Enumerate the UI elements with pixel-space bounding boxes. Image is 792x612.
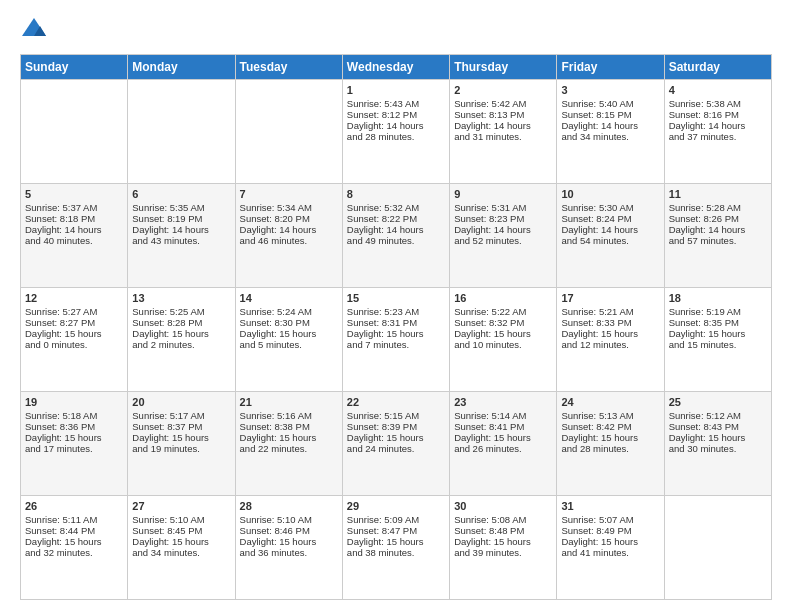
cell-text: Sunset: 8:32 PM (454, 317, 552, 328)
day-number: 30 (454, 500, 552, 512)
cell-text: and 46 minutes. (240, 235, 338, 246)
cell-text: and 38 minutes. (347, 547, 445, 558)
cell-text: Sunrise: 5:10 AM (240, 514, 338, 525)
cell-text: and 37 minutes. (669, 131, 767, 142)
cell-text: Sunset: 8:15 PM (561, 109, 659, 120)
cell-text: Sunrise: 5:25 AM (132, 306, 230, 317)
day-number: 10 (561, 188, 659, 200)
day-number: 26 (25, 500, 123, 512)
cell-text: and 12 minutes. (561, 339, 659, 350)
cell-text: and 31 minutes. (454, 131, 552, 142)
calendar-cell: 23Sunrise: 5:14 AMSunset: 8:41 PMDayligh… (450, 392, 557, 496)
cell-text: and 30 minutes. (669, 443, 767, 454)
day-header-friday: Friday (557, 55, 664, 80)
calendar-cell: 25Sunrise: 5:12 AMSunset: 8:43 PMDayligh… (664, 392, 771, 496)
calendar-cell: 11Sunrise: 5:28 AMSunset: 8:26 PMDayligh… (664, 184, 771, 288)
cell-text: Daylight: 15 hours (561, 328, 659, 339)
day-number: 4 (669, 84, 767, 96)
cell-text: Sunset: 8:24 PM (561, 213, 659, 224)
cell-text: Sunrise: 5:18 AM (25, 410, 123, 421)
cell-text: Sunset: 8:39 PM (347, 421, 445, 432)
calendar-cell: 21Sunrise: 5:16 AMSunset: 8:38 PMDayligh… (235, 392, 342, 496)
cell-text: and 22 minutes. (240, 443, 338, 454)
day-number: 6 (132, 188, 230, 200)
calendar-cell: 2Sunrise: 5:42 AMSunset: 8:13 PMDaylight… (450, 80, 557, 184)
cell-text: and 39 minutes. (454, 547, 552, 558)
day-header-wednesday: Wednesday (342, 55, 449, 80)
calendar-cell (21, 80, 128, 184)
logo-icon (20, 16, 48, 44)
calendar-cell: 12Sunrise: 5:27 AMSunset: 8:27 PMDayligh… (21, 288, 128, 392)
cell-text: Daylight: 15 hours (561, 432, 659, 443)
cell-text: Daylight: 15 hours (454, 432, 552, 443)
cell-text: Sunset: 8:37 PM (132, 421, 230, 432)
cell-text: and 28 minutes. (561, 443, 659, 454)
cell-text: Sunrise: 5:35 AM (132, 202, 230, 213)
calendar-cell: 24Sunrise: 5:13 AMSunset: 8:42 PMDayligh… (557, 392, 664, 496)
cell-text: Daylight: 14 hours (669, 120, 767, 131)
cell-text: Sunrise: 5:38 AM (669, 98, 767, 109)
calendar-cell: 8Sunrise: 5:32 AMSunset: 8:22 PMDaylight… (342, 184, 449, 288)
day-number: 11 (669, 188, 767, 200)
header (20, 16, 772, 44)
cell-text: Sunset: 8:12 PM (347, 109, 445, 120)
cell-text: Sunset: 8:13 PM (454, 109, 552, 120)
cell-text: Sunset: 8:31 PM (347, 317, 445, 328)
cell-text: and 26 minutes. (454, 443, 552, 454)
day-number: 28 (240, 500, 338, 512)
calendar-cell: 14Sunrise: 5:24 AMSunset: 8:30 PMDayligh… (235, 288, 342, 392)
day-number: 31 (561, 500, 659, 512)
day-number: 17 (561, 292, 659, 304)
day-header-sunday: Sunday (21, 55, 128, 80)
week-row-1: 1Sunrise: 5:43 AMSunset: 8:12 PMDaylight… (21, 80, 772, 184)
cell-text: Sunset: 8:43 PM (669, 421, 767, 432)
logo (20, 16, 52, 44)
cell-text: Sunset: 8:22 PM (347, 213, 445, 224)
cell-text: Sunset: 8:19 PM (132, 213, 230, 224)
cell-text: Sunset: 8:27 PM (25, 317, 123, 328)
calendar-cell: 5Sunrise: 5:37 AMSunset: 8:18 PMDaylight… (21, 184, 128, 288)
cell-text: Daylight: 15 hours (132, 432, 230, 443)
cell-text: Sunset: 8:18 PM (25, 213, 123, 224)
cell-text: Sunrise: 5:32 AM (347, 202, 445, 213)
cell-text: Sunset: 8:35 PM (669, 317, 767, 328)
cell-text: and 52 minutes. (454, 235, 552, 246)
cell-text: Daylight: 15 hours (454, 328, 552, 339)
calendar: SundayMondayTuesdayWednesdayThursdayFrid… (20, 54, 772, 600)
cell-text: Daylight: 15 hours (347, 328, 445, 339)
calendar-cell: 31Sunrise: 5:07 AMSunset: 8:49 PMDayligh… (557, 496, 664, 600)
day-number: 25 (669, 396, 767, 408)
cell-text: and 40 minutes. (25, 235, 123, 246)
cell-text: Sunrise: 5:10 AM (132, 514, 230, 525)
week-row-3: 12Sunrise: 5:27 AMSunset: 8:27 PMDayligh… (21, 288, 772, 392)
cell-text: Sunrise: 5:23 AM (347, 306, 445, 317)
day-number: 5 (25, 188, 123, 200)
cell-text: Sunrise: 5:15 AM (347, 410, 445, 421)
day-number: 21 (240, 396, 338, 408)
day-number: 15 (347, 292, 445, 304)
cell-text: and 28 minutes. (347, 131, 445, 142)
calendar-cell: 6Sunrise: 5:35 AMSunset: 8:19 PMDaylight… (128, 184, 235, 288)
cell-text: Sunset: 8:46 PM (240, 525, 338, 536)
calendar-cell: 28Sunrise: 5:10 AMSunset: 8:46 PMDayligh… (235, 496, 342, 600)
day-number: 22 (347, 396, 445, 408)
calendar-cell: 30Sunrise: 5:08 AMSunset: 8:48 PMDayligh… (450, 496, 557, 600)
calendar-cell: 3Sunrise: 5:40 AMSunset: 8:15 PMDaylight… (557, 80, 664, 184)
cell-text: Daylight: 15 hours (347, 432, 445, 443)
day-number: 23 (454, 396, 552, 408)
cell-text: and 17 minutes. (25, 443, 123, 454)
day-header-thursday: Thursday (450, 55, 557, 80)
cell-text: Sunset: 8:44 PM (25, 525, 123, 536)
cell-text: and 34 minutes. (132, 547, 230, 558)
cell-text: and 34 minutes. (561, 131, 659, 142)
cell-text: Daylight: 15 hours (132, 328, 230, 339)
day-number: 3 (561, 84, 659, 96)
cell-text: Sunrise: 5:43 AM (347, 98, 445, 109)
day-number: 8 (347, 188, 445, 200)
calendar-cell: 22Sunrise: 5:15 AMSunset: 8:39 PMDayligh… (342, 392, 449, 496)
cell-text: Daylight: 15 hours (240, 432, 338, 443)
cell-text: and 5 minutes. (240, 339, 338, 350)
cell-text: Daylight: 14 hours (561, 120, 659, 131)
cell-text: Daylight: 14 hours (669, 224, 767, 235)
cell-text: and 36 minutes. (240, 547, 338, 558)
